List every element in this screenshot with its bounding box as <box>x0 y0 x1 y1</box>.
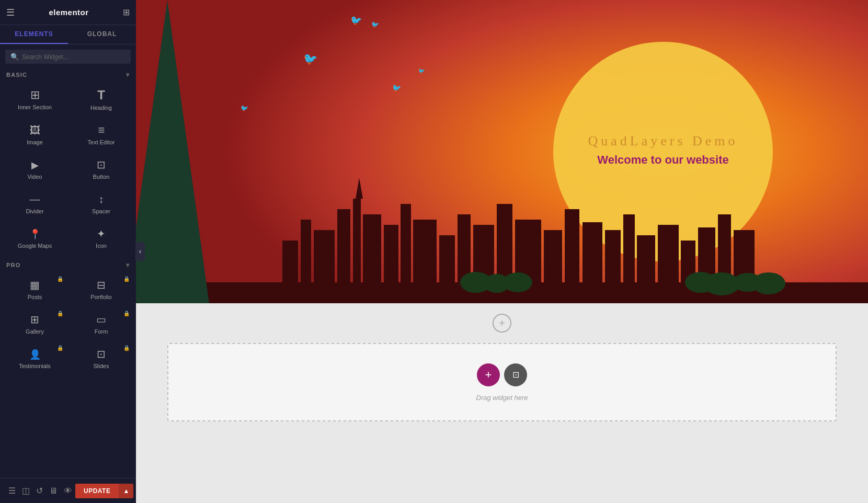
sidebar-logo: elementor <box>49 8 88 17</box>
portfolio-icon <box>97 279 106 291</box>
widget-button[interactable]: Button <box>68 152 134 185</box>
widget-text-editor[interactable]: Text Editor <box>68 117 134 151</box>
bird-6: 🐦 <box>418 68 425 74</box>
widget-icon[interactable]: Icon <box>68 221 134 254</box>
search-icon: 🔍 <box>10 53 19 61</box>
sidebar-header: ☰ elementor ⊞ <box>0 0 136 25</box>
hero-subtitle: Welcome to our website <box>588 153 738 167</box>
chevron-pro[interactable]: ▾ <box>126 261 130 269</box>
footer-hamburger-icon[interactable]: ☰ <box>5 484 19 498</box>
collapse-handle[interactable]: ‹ <box>135 242 145 261</box>
video-icon <box>31 159 39 170</box>
search-input[interactable] <box>22 53 125 61</box>
svg-rect-18 <box>605 230 621 282</box>
lock-portfolio: 🔒 <box>123 276 130 282</box>
svg-rect-17 <box>583 222 602 282</box>
widget-inner-section[interactable]: Inner Section <box>2 82 67 116</box>
section-label-pro: PRO <box>6 262 20 268</box>
grid-icon[interactable]: ⊞ <box>123 7 130 17</box>
svg-rect-2 <box>301 220 311 282</box>
widget-slides[interactable]: 🔒 Slides <box>68 341 134 374</box>
hamburger-icon[interactable]: ☰ <box>6 7 15 18</box>
widget-posts[interactable]: 🔒 Posts <box>2 272 67 305</box>
sidebar: ☰ elementor ⊞ ELEMENTS GLOBAL 🔍 BASIC ▾ … <box>0 0 136 503</box>
svg-rect-15 <box>544 230 562 282</box>
widget-divider[interactable]: Divider <box>2 186 67 220</box>
svg-rect-19 <box>623 214 635 282</box>
widget-portfolio[interactable]: 🔒 Portfolio <box>68 272 134 305</box>
svg-rect-20 <box>637 235 655 282</box>
divider-icon <box>30 193 40 205</box>
update-arrow-button[interactable]: ▲ <box>119 484 133 498</box>
heading-icon <box>97 89 105 101</box>
widget-image[interactable]: Image <box>2 117 67 151</box>
svg-rect-5 <box>353 199 361 282</box>
portfolio-label: Portfolio <box>90 294 111 300</box>
footer-eye-icon[interactable]: 👁 <box>61 484 75 498</box>
svg-marker-34 <box>136 0 209 303</box>
widget-video[interactable]: Video <box>2 152 67 185</box>
bird-3: 🐦 <box>303 52 317 66</box>
lock-posts: 🔒 <box>57 276 63 282</box>
icon-label: Icon <box>96 243 107 249</box>
hero-section: 🐦 🐦 🐦 🐦 🐦 🐦 QuadLayers Demo Welcome to o… <box>136 0 868 303</box>
svg-rect-7 <box>384 225 398 282</box>
button-label: Button <box>93 174 110 180</box>
video-label: Video <box>28 174 42 180</box>
svg-marker-26 <box>356 178 363 199</box>
svg-rect-8 <box>401 204 411 282</box>
footer-undo-icon[interactable]: ↺ <box>33 484 46 498</box>
svg-rect-1 <box>282 241 298 282</box>
widget-person[interactable]: 🔒 Testimonials <box>2 341 67 374</box>
inner-section-label: Inner Section <box>18 104 52 110</box>
section-label-basic: BASIC <box>6 72 27 78</box>
gallery-icon <box>30 314 39 325</box>
lock-slides: 🔒 <box>123 345 130 351</box>
drop-widget-button[interactable]: ⊡ <box>504 363 527 386</box>
update-btn-group: UPDATE ▲ <box>75 484 133 498</box>
slides-label: Slides <box>94 363 109 369</box>
svg-point-33 <box>752 272 785 294</box>
tab-elements[interactable]: ELEMENTS <box>0 25 68 44</box>
drop-section: + ⊡ Drag widget here <box>136 343 868 442</box>
image-label: Image <box>27 139 43 145</box>
widget-spacer[interactable]: Spacer <box>68 186 134 220</box>
widget-gallery[interactable]: 🔒 Gallery <box>2 306 67 340</box>
drop-buttons: + ⊡ <box>477 363 527 386</box>
main-canvas: 🐦 🐦 🐦 🐦 🐦 🐦 QuadLayers Demo Welcome to o… <box>136 0 868 503</box>
update-button[interactable]: UPDATE <box>75 484 119 498</box>
text-editor-label: Text Editor <box>88 139 115 145</box>
footer-layers-icon[interactable]: ◫ <box>19 484 33 498</box>
svg-rect-11 <box>458 214 471 282</box>
drop-add-button[interactable]: + <box>477 363 500 386</box>
widget-form[interactable]: 🔒 Form <box>68 306 134 340</box>
basic-widget-grid: Inner Section Heading Image Text Editor … <box>0 81 136 257</box>
footer-desktop-icon[interactable]: 🖥 <box>46 484 61 498</box>
chevron-basic[interactable]: ▾ <box>126 71 130 78</box>
tab-global[interactable]: GLOBAL <box>68 25 136 44</box>
svg-rect-3 <box>314 230 335 282</box>
city-silhouette <box>136 178 868 303</box>
widget-google-maps[interactable]: Google Maps <box>2 221 67 254</box>
heading-label: Heading <box>90 105 112 111</box>
svg-rect-16 <box>565 209 579 282</box>
maps-label: Google Maps <box>18 243 52 249</box>
inner-section-icon <box>30 89 40 101</box>
svg-rect-10 <box>439 235 455 282</box>
svg-rect-24 <box>718 214 731 282</box>
bird-5: 🐦 <box>241 105 248 112</box>
sidebar-tabs: ELEMENTS GLOBAL <box>0 25 136 44</box>
bird-4: 🐦 <box>392 84 401 92</box>
drop-label: Drag widget here <box>476 394 528 402</box>
second-section: + <box>136 303 868 343</box>
tree-left-svg <box>136 0 209 303</box>
gallery-label: Gallery <box>26 328 44 335</box>
widget-heading[interactable]: Heading <box>68 82 134 116</box>
sidebar-scroll: BASIC ▾ Inner Section Heading Image Text… <box>0 67 136 503</box>
lock-form: 🔒 <box>123 311 130 316</box>
add-section-button[interactable]: + <box>493 314 511 333</box>
maps-icon <box>29 228 41 239</box>
svg-point-29 <box>503 272 532 292</box>
hero-text: QuadLayers Demo Welcome to our website <box>588 133 738 167</box>
svg-rect-21 <box>658 225 679 282</box>
